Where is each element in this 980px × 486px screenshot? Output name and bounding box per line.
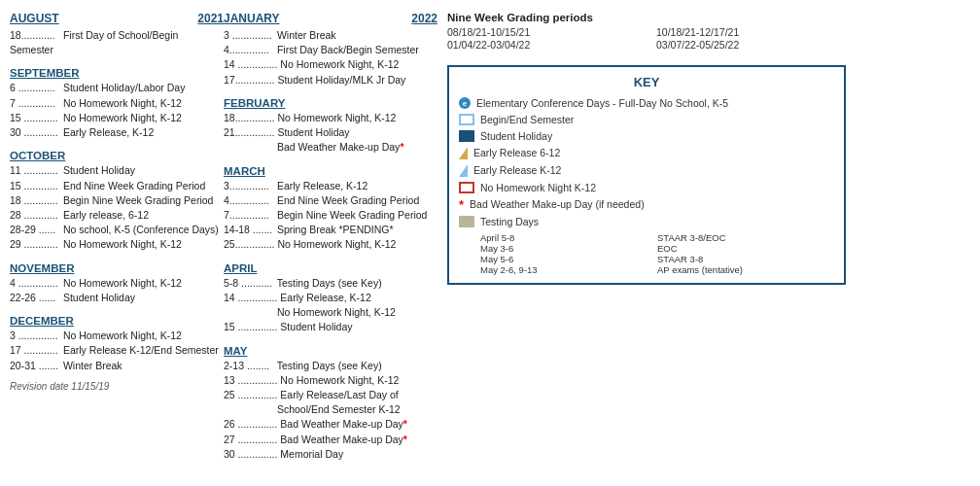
testing-row-3-right: STAAR 3-8 [657,254,834,264]
key-item-student-holiday: Student Holiday [459,130,834,142]
revision-date: Revision date 11/15/19 [10,381,224,392]
box-red-icon [459,182,474,193]
oct-event-4: 28 ............ Early release, 6-12 [10,208,224,223]
may-event-1: 2-13 ........ Testing Days (see Key) [224,359,438,373]
september-header: SEPTEMBER [10,67,224,79]
key-item-early-release-612: Early Release 6-12 [459,147,834,159]
jan-event-4: 17.............. Student Holiday/MLK Jr … [224,73,438,87]
may-event-6: 30 .............. Memorial Day [224,447,438,462]
key-label-early-release-612: Early Release 6-12 [473,147,560,158]
may-event-5: 27 .............. Bad Weather Make-up Da… [224,433,438,447]
key-item-early-release-k12: Early Release K-12 [459,164,834,177]
testing-row-4-left: May 2-6, 9-13 [480,264,657,275]
feb-event-3: Bad Weather Make-up Day* [224,140,438,155]
grading-section: Nine Week Grading periods 08/18/21-10/15… [447,12,846,51]
dec-event-1: 3 .............. No Homework Night, K-12 [10,329,224,343]
key-item-elementary: e Elementary Conference Days - Full-Day … [459,97,834,109]
left-year-label: AUGUST [10,12,59,25]
jan-event-3: 14 .............. No Homework Night, K-1… [224,57,438,72]
mid-year-2022: 2022 [411,12,438,25]
key-label-early-release-k12: Early Release K-12 [473,164,561,176]
aug-event-1: 18............ First Day of School/Begin… [10,28,224,57]
may-header: MAY [224,345,438,357]
left-year-2021: 2021 [197,12,224,25]
may-event-3: 25 .............. Early Release/Last Day… [224,388,438,402]
february-header: FEBRUARY [224,97,438,109]
mar-event-1: 3.............. Early Release, K-12 [224,179,438,193]
mid-jan-label: JANUARY [224,12,280,25]
may-event-4: 26 .............. Bad Weather Make-up Da… [224,417,438,432]
triangle-dark-icon [459,147,468,159]
dec-event-3: 20-31 ....... Winter Break [10,359,224,373]
middle-column: JANUARY 2022 3 .............. Winter Bre… [224,12,438,474]
jan-event-1: 3 .............. Winter Break [224,28,438,43]
jan-event-2: 4.............. First Day Back/Begin Sem… [224,43,438,57]
key-item-semester: Begin/End Semester [459,114,834,125]
sep-event-3: 15 ............ No Homework Night, K-12 [10,111,224,125]
testing-row-1-right: STAAR 3-8/EOC [657,232,834,243]
nov-event-1: 4 .............. No Homework Night, K-12 [10,276,224,291]
october-header: OCTOBER [10,150,224,161]
oct-event-6: 29 ............ No Homework Night, K-12 [10,237,224,252]
testing-row-1-left: April 5-8 [480,232,657,243]
december-header: DECEMBER [10,315,224,327]
grading-title: Nine Week Grading periods [447,12,846,23]
april-header: APRIL [224,262,438,274]
right-section: Nine Week Grading periods 08/18/21-10/15… [438,12,846,474]
may-event-2: 13 .............. No Homework Night, K-1… [224,373,438,388]
mar-event-3: 7.............. Begin Nine Week Grading … [224,208,438,223]
nov-event-2: 22-26 ...... Student Holiday [10,291,224,305]
key-label-bad-weather: Bad Weather Make-up Day (if needed) [470,198,645,210]
box-outline-icon [459,114,474,125]
apr-event-4: 15 .............. Student Holiday [224,320,438,334]
key-item-testing: Testing Days [459,216,834,227]
key-label-semester: Begin/End Semester [480,114,574,125]
triangle-light-icon [459,164,468,177]
grading-period-2-right: 03/07/22-05/25/22 [656,39,846,51]
grading-period-2-left: 01/04/22-03/04/22 [447,39,637,51]
oct-event-5: 28-29 ...... No school, K-5 (Conference … [10,223,224,237]
key-label-student-holiday: Student Holiday [480,130,552,142]
testing-row-3-left: May 5-6 [480,254,657,264]
testing-row-2-right: EOC [657,243,834,254]
left-year-header: AUGUST 2021 [10,12,224,25]
testing-grid: April 5-8 STAAR 3-8/EOC May 3-6 EOC May … [480,232,834,275]
star-red-icon: * [459,198,464,211]
box-tan-icon [459,216,474,227]
left-column: AUGUST 2021 18............ First Day of … [10,12,224,474]
box-solid-icon [459,130,474,142]
key-label-no-homework: No Homework Night K-12 [480,182,596,193]
sep-event-4: 30 ............ Early Release, K-12 [10,125,224,140]
key-item-no-homework: No Homework Night K-12 [459,182,834,193]
grading-period-1-left: 08/18/21-10/15/21 [447,26,637,38]
key-item-bad-weather: * Bad Weather Make-up Day (if needed) [459,198,834,211]
sep-event-1: 6 ............. Student Holiday/Labor Da… [10,81,224,95]
apr-event-2: 14 .............. Early Release, K-12 [224,291,438,305]
dec-event-2: 17 ............ Early Release K-12/End S… [10,343,224,358]
key-label-elementary: Elementary Conference Days - Full-Day No… [476,97,728,109]
feb-event-2: 21.............. Student Holiday [224,125,438,140]
oct-event-1: 11 ............ Student Holiday [10,163,224,178]
apr-event-3: No Homework Night, K-12 [224,305,438,320]
oct-event-2: 15 ............ End Nine Week Grading Pe… [10,179,224,193]
mid-year-header: JANUARY 2022 [224,12,438,25]
grading-grid: 08/18/21-10/15/21 10/18/21-12/17/21 01/0… [447,26,846,51]
key-title: KEY [459,75,834,89]
feb-event-1: 18.............. No Homework Night, K-12 [224,111,438,125]
mar-event-2: 4.............. End Nine Week Grading Pe… [224,193,438,208]
oct-event-3: 18 ............ Begin Nine Week Grading … [10,193,224,208]
testing-row-4-right: AP exams (tentative) [657,264,834,275]
grading-period-1-right: 10/18/21-12/17/21 [656,26,846,38]
november-header: NOVEMBER [10,262,224,274]
sep-event-2: 7 ............. No Homework Night, K-12 [10,96,224,111]
mar-event-5: 25.............. No Homework Night, K-12 [224,237,438,252]
mar-event-4: 14-18 ....... Spring Break *PENDING* [224,223,438,237]
march-header: MARCH [224,165,438,177]
key-box: KEY e Elementary Conference Days - Full-… [447,65,846,285]
testing-row-2-left: May 3-6 [480,243,657,254]
circle-e-icon: e [459,97,471,109]
apr-event-1: 5-8 ........... Testing Days (see Key) [224,276,438,291]
may-event-3b: School/End Semester K-12 [224,402,438,417]
key-label-testing: Testing Days [480,216,539,227]
